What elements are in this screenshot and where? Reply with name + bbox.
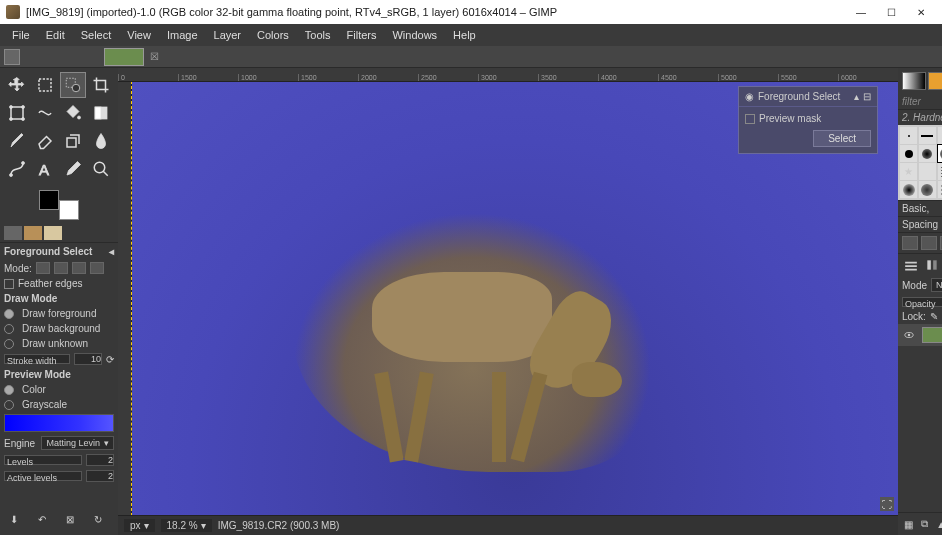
levels-slider[interactable]: Levels — [4, 455, 82, 465]
undo-history-tab[interactable] — [44, 226, 62, 240]
foreground-select-tool[interactable] — [60, 72, 86, 98]
levels-value[interactable] — [86, 454, 114, 466]
close-button[interactable]: ✕ — [906, 2, 936, 22]
crop-tool[interactable] — [88, 72, 114, 98]
menu-file[interactable]: File — [4, 26, 38, 44]
menu-tools[interactable]: Tools — [297, 26, 339, 44]
navigation-icon[interactable]: ⛶ — [880, 497, 894, 511]
menu-layer[interactable]: Layer — [206, 26, 250, 44]
brush-item[interactable] — [900, 127, 917, 144]
brush-item[interactable]: ★ — [900, 163, 917, 180]
zoom-tool[interactable] — [88, 156, 114, 182]
ruler-vertical[interactable] — [118, 82, 132, 515]
patterns-tab[interactable] — [928, 72, 942, 90]
paintbrush-tool[interactable] — [4, 128, 30, 154]
minimize-button[interactable]: — — [846, 2, 876, 22]
mode-replace[interactable] — [36, 262, 50, 274]
text-tool[interactable]: A — [32, 156, 58, 182]
menu-image[interactable]: Image — [159, 26, 206, 44]
mode-add[interactable] — [54, 262, 68, 274]
device-status-tab[interactable] — [24, 226, 42, 240]
color-picker-tool[interactable] — [60, 156, 86, 182]
active-levels-value[interactable] — [86, 470, 114, 482]
brush-item[interactable] — [919, 127, 936, 144]
menu-colors[interactable]: Colors — [249, 26, 297, 44]
dialog-close-icon[interactable]: ⊟ — [863, 91, 871, 102]
restore-options-icon[interactable]: ↶ — [32, 509, 52, 529]
brush-basic-row[interactable]: Basic,▾ — [898, 200, 942, 216]
lock-pixels-icon[interactable]: ✎ — [930, 311, 938, 322]
brush-item[interactable] — [919, 163, 936, 180]
draw-unknown-radio[interactable]: Draw unknown — [0, 336, 118, 351]
select-button[interactable]: Select — [813, 130, 871, 147]
menu-windows[interactable]: Windows — [384, 26, 445, 44]
smudge-tool[interactable] — [88, 128, 114, 154]
brush-item[interactable] — [938, 163, 942, 180]
reset-options-icon[interactable]: ↻ — [88, 509, 108, 529]
brush-item[interactable] — [900, 181, 917, 198]
gradient-tool[interactable] — [88, 100, 114, 126]
menu-help[interactable]: Help — [445, 26, 484, 44]
fg-bg-color-swatch[interactable] — [39, 190, 79, 220]
bucket-fill-tool[interactable] — [60, 100, 86, 126]
layer-mode-dropdown[interactable]: Normal▾ — [931, 278, 942, 292]
tool-options-menu-icon[interactable]: ◂ — [109, 246, 114, 257]
new-brush-icon[interactable] — [921, 236, 937, 250]
maximize-button[interactable]: ☐ — [876, 2, 906, 22]
unit-dropdown[interactable]: px▾ — [124, 519, 155, 532]
clone-tool[interactable] — [60, 128, 86, 154]
menu-view[interactable]: View — [119, 26, 159, 44]
save-options-icon[interactable]: ⬇ — [4, 509, 24, 529]
fg-color[interactable] — [39, 190, 59, 210]
brush-item[interactable] — [900, 145, 917, 162]
mode-subtract[interactable] — [72, 262, 86, 274]
feather-checkbox[interactable] — [4, 279, 14, 289]
preview-mask-toggle[interactable]: Preview mask — [745, 113, 871, 124]
new-group-icon[interactable]: ⧉ — [918, 517, 931, 531]
draw-fg-radio[interactable]: Draw foreground — [0, 306, 118, 321]
brush-item[interactable] — [919, 181, 936, 198]
warp-tool[interactable] — [32, 100, 58, 126]
brush-item[interactable] — [938, 127, 942, 144]
image-tab[interactable] — [104, 48, 144, 66]
path-tool[interactable] — [4, 156, 30, 182]
image-canvas[interactable]: ◉ Foreground Select ▴ ⊟ Preview mask Sel… — [132, 82, 898, 515]
preview-color-swatch[interactable] — [4, 414, 114, 432]
new-image-icon[interactable] — [4, 49, 20, 65]
menu-filters[interactable]: Filters — [339, 26, 385, 44]
channels-tab[interactable] — [923, 258, 941, 272]
stroke-reset-icon[interactable]: ⟳ — [106, 354, 114, 365]
zoom-dropdown[interactable]: 18.2 %▾ — [161, 519, 212, 532]
brush-filter-input[interactable]: filter ▾ — [898, 94, 942, 110]
ruler-horizontal[interactable]: 0150010001500200025003000350040004500500… — [118, 68, 898, 82]
stroke-width-slider[interactable]: Stroke width — [4, 354, 70, 364]
draw-bg-radio[interactable]: Draw background — [0, 321, 118, 336]
brush-item[interactable] — [938, 181, 942, 198]
eraser-tool[interactable] — [32, 128, 58, 154]
active-levels-slider[interactable]: Active levels — [4, 471, 82, 481]
feather-row[interactable]: Feather edges — [0, 276, 118, 291]
edit-brush-icon[interactable] — [902, 236, 918, 250]
detach-icon[interactable]: ▴ — [854, 91, 859, 102]
brushes-tab[interactable] — [902, 72, 926, 90]
move-tool[interactable] — [4, 72, 30, 98]
visibility-icon[interactable] — [902, 330, 916, 340]
menu-edit[interactable]: Edit — [38, 26, 73, 44]
rect-select-tool[interactable] — [32, 72, 58, 98]
transform-tool[interactable] — [4, 100, 30, 126]
opacity-slider[interactable]: Opacity — [902, 297, 942, 307]
new-layer-icon[interactable]: ▦ — [902, 517, 915, 531]
bg-color[interactable] — [59, 200, 79, 220]
layers-tab[interactable] — [902, 258, 920, 272]
brush-item[interactable] — [919, 145, 936, 162]
mode-intersect[interactable] — [90, 262, 104, 274]
delete-options-icon[interactable]: ⊠ — [60, 509, 80, 529]
preview-gray-radio[interactable]: Grayscale — [0, 397, 118, 412]
tab-close-icon[interactable]: ☒ — [148, 51, 160, 63]
brush-item[interactable] — [938, 145, 942, 162]
menu-select[interactable]: Select — [73, 26, 120, 44]
layer-item[interactable]: IMG_9819.CR2 — [898, 324, 942, 346]
engine-dropdown[interactable]: Matting Levin▾ — [41, 436, 114, 450]
stroke-width-value[interactable] — [74, 353, 102, 365]
tool-options-tab[interactable] — [4, 226, 22, 240]
